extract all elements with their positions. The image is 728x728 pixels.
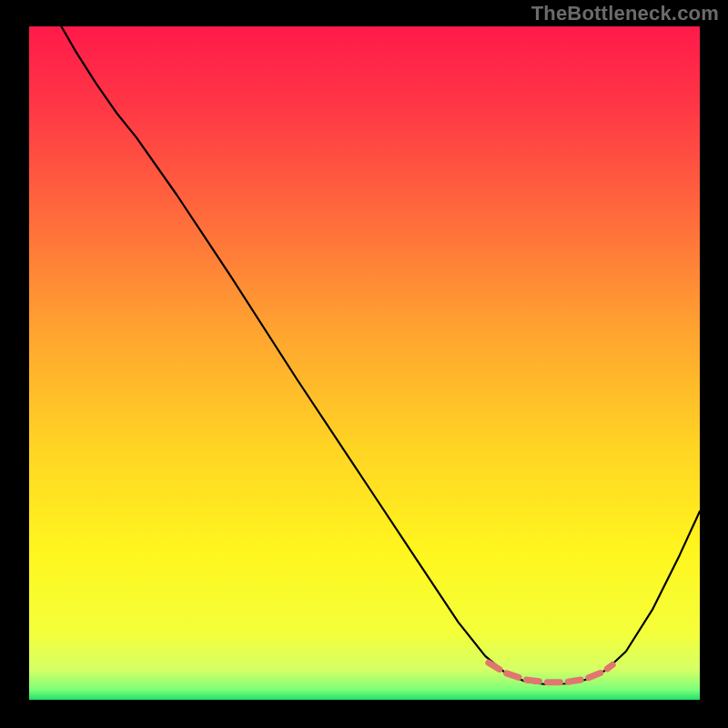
plot-background xyxy=(29,26,700,700)
watermark-text: TheBottleneck.com xyxy=(531,2,719,25)
chart-svg xyxy=(0,0,728,728)
chart-container: TheBottleneck.com xyxy=(0,0,728,728)
